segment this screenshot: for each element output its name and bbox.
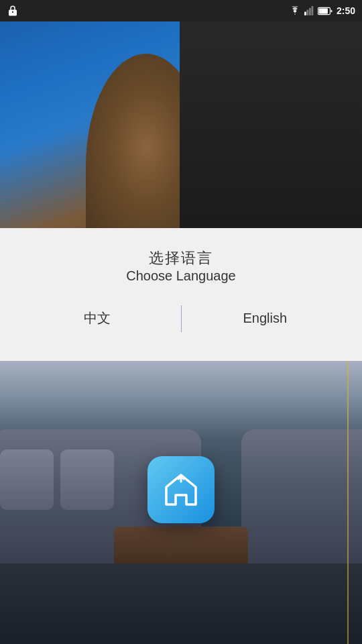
language-options: 中文 English [13, 303, 349, 334]
house-icon [161, 470, 201, 510]
dialog-title-chinese: 选择语言 [13, 248, 349, 268]
status-time: 2:50 [337, 5, 355, 16]
floor [0, 564, 362, 644]
dialog-title: 选择语言 Choose Language [13, 248, 349, 284]
app-icon[interactable] [147, 456, 215, 523]
sofa-right [241, 429, 362, 564]
lang-option-english[interactable]: English [182, 304, 349, 333]
top-left-panel [0, 0, 180, 241]
wifi-icon [290, 6, 300, 15]
top-right-panel [180, 0, 362, 241]
status-left [7, 5, 19, 17]
bottom-bg [0, 352, 362, 644]
top-image [0, 0, 362, 241]
app-icon-inner [161, 470, 201, 510]
lang-option-chinese[interactable]: 中文 [13, 303, 181, 334]
bottom-image [0, 352, 362, 644]
language-dialog: 选择语言 Choose Language 中文 English [0, 228, 362, 361]
dialog-title-english: Choose Language [13, 268, 349, 284]
svg-rect-5 [319, 8, 328, 13]
svg-rect-2 [309, 8, 311, 15]
svg-rect-3 [311, 6, 313, 15]
svg-rect-0 [304, 11, 306, 15]
svg-rect-1 [306, 10, 308, 15]
signal-icon [304, 6, 314, 15]
battery-icon [318, 7, 333, 15]
status-bar: 2:50 [0, 0, 362, 21]
status-right: 2:50 [290, 5, 355, 16]
lock-icon [7, 5, 19, 17]
wall-line [347, 352, 349, 644]
